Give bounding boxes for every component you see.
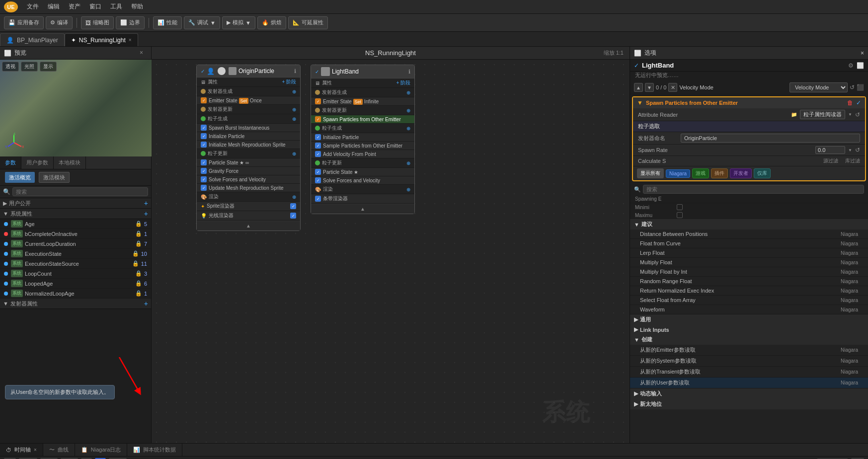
attr-reset-button[interactable]: ↺ <box>855 111 860 118</box>
lb-conditional-check[interactable]: ✓ <box>315 196 321 202</box>
dropdown-item-float-curve[interactable]: Float from Curve Niagara <box>630 239 868 248</box>
inactive-modules-button[interactable]: 激活模块 <box>39 172 70 183</box>
dropdown-search-input[interactable] <box>643 185 864 194</box>
params-tab-user[interactable]: 用户参数 <box>21 156 54 169</box>
particle-state-check[interactable]: ✓ <box>201 159 207 165</box>
bake-button[interactable]: 🔥 烘焙 <box>257 16 286 29</box>
lb-particle-state-check[interactable]: ✓ <box>315 169 321 175</box>
spawn-rate-input[interactable] <box>815 146 845 154</box>
add-emitter-update-button[interactable]: ⊕ <box>292 107 296 112</box>
node-lightband[interactable]: ✓ LightBand ℹ 🖥 属性 + 阶段 发射器生成 ⊕ <box>311 65 415 214</box>
dropdown-item-waveform[interactable]: Waveform Niagara <box>630 305 868 314</box>
create-from-emitter[interactable]: 从新的Emitter参数读取 Niagara <box>630 345 868 356</box>
tab-curves[interactable]: 〜 曲线 <box>43 444 75 456</box>
dropdown-item-random-range[interactable]: Random Range Float Niagara <box>630 277 868 286</box>
add-particle-spawn-button[interactable]: ⊕ <box>292 116 296 122</box>
spawn-rate-reset-button[interactable]: ↺ <box>855 147 860 153</box>
add-render-button[interactable]: ⊕ <box>292 194 296 200</box>
lightband-info-icon[interactable]: ℹ <box>408 69 410 75</box>
suggestions-section-header[interactable]: ▼ 建议 <box>630 219 868 230</box>
performance-button[interactable]: 📊 性能 <box>153 16 182 29</box>
emitter-name-input[interactable] <box>681 134 860 143</box>
filter-game[interactable]: 游戏 <box>692 168 709 178</box>
add-lb-render-button[interactable]: ⊕ <box>406 187 410 192</box>
dropdown-item-distance[interactable]: Distance Between Positions Niagara <box>630 230 868 239</box>
simulate-button[interactable]: ▶ 模拟 ▼ <box>222 16 255 29</box>
emitter-expand-icon[interactable]: ⬜ <box>857 62 864 69</box>
create-section-header[interactable]: ▼ 创建 <box>630 334 868 345</box>
lb-init-particle-check[interactable]: ✓ <box>315 134 321 140</box>
light-renderer-check[interactable]: ✓ <box>290 213 296 219</box>
filter-developer[interactable]: 开发者 <box>730 168 752 178</box>
dropdown-item-lerp-float[interactable]: Lerp Float Niagara <box>630 248 868 258</box>
filter-show-all[interactable]: 显示所有 <box>637 168 664 178</box>
create-from-transient[interactable]: 从新的Transient参数读取 Niagara <box>630 367 868 378</box>
nav-up-button[interactable]: ▲ <box>634 83 643 92</box>
dropdown-item-select-float[interactable]: Select Float from Array Niagara <box>630 296 868 305</box>
common-section-header[interactable]: ▶ 通用 <box>630 314 868 325</box>
expand-all-button[interactable]: ⬛ <box>857 84 864 91</box>
node-canvas[interactable]: 系统 ✓ 👤 OriginParticle ℹ 🖥 属性 + 阶段 <box>152 60 630 443</box>
add-lb-particle-spawn-button[interactable]: ⊕ <box>406 126 410 131</box>
new-location-header[interactable]: ▶ 新太地位 <box>630 399 868 409</box>
filter-plugin[interactable]: 插件 <box>711 168 728 178</box>
lb-add-velocity-check[interactable]: ✓ <box>315 151 321 157</box>
add-lb-emitter-spawn-button[interactable]: ⊕ <box>406 90 410 95</box>
expand-lightband-button[interactable]: ▲ <box>360 206 365 212</box>
add-particle-update-button[interactable]: ⊕ <box>292 151 296 156</box>
debug-button[interactable]: 🔧 调试 ▼ <box>184 16 220 29</box>
params-tab-params[interactable]: 参数 <box>0 156 21 169</box>
menu-tools[interactable]: 工具 <box>106 1 126 12</box>
link-inputs-header[interactable]: ▶ Link Inputs <box>630 325 868 334</box>
solve-check[interactable]: ✓ <box>201 176 207 182</box>
add-lb-stage-button[interactable]: + 阶段 <box>396 79 410 86</box>
scalability-button[interactable]: 📐 可延展性 <box>288 16 328 29</box>
expand-node-button[interactable]: ▲ <box>246 223 251 229</box>
dropdown-item-multiply-float-int[interactable]: Multiply Float by Int Niagara <box>630 267 868 277</box>
save-button[interactable]: 💾 应用备存 <box>4 16 44 29</box>
lb-sample-particles-check[interactable]: ✓ <box>315 143 321 149</box>
menu-file[interactable]: 文件 <box>23 1 43 12</box>
perspective-button[interactable]: 透视 <box>2 62 19 72</box>
attr-dropdown-icon[interactable]: ▼ <box>848 112 852 117</box>
emitter-state-check[interactable]: ✓ <box>201 97 207 103</box>
tab-niagara-log[interactable]: 📋 Niagara日志 <box>75 444 128 456</box>
reset-velocity-button[interactable]: ↺ <box>850 84 855 91</box>
menu-window[interactable]: 窗口 <box>85 1 105 12</box>
compile-button[interactable]: ⚙ 编译 <box>46 16 73 29</box>
add-system-param-button[interactable]: + <box>144 210 148 218</box>
tab-close-button[interactable]: × <box>129 37 132 43</box>
show-button[interactable]: 显示 <box>40 62 57 72</box>
thumbnail-button[interactable]: 🖼 缩略图 <box>81 16 114 29</box>
menu-asset[interactable]: 资产 <box>65 1 84 12</box>
dropdown-item-multiply-float[interactable]: Multiply Float Niagara <box>630 258 868 267</box>
spawn-rate-dropdown-icon[interactable]: ▼ <box>848 148 852 153</box>
add-emitter-param-button[interactable]: + <box>144 300 148 307</box>
filter-niagara[interactable]: Niagara <box>666 169 690 178</box>
lb-emitter-state-check[interactable]: ✓ <box>315 98 321 104</box>
preview-close-button[interactable]: × <box>136 47 147 60</box>
tab-bp-mianplayer[interactable]: 👤 BP_MianPlayer <box>0 33 65 46</box>
gravity-check[interactable]: ✓ <box>201 168 207 174</box>
add-lb-particle-update-button[interactable]: ⊕ <box>406 160 410 166</box>
viewport[interactable]: 透视 光照 显示 X Z Y <box>0 60 152 156</box>
menu-edit[interactable]: 编辑 <box>44 1 64 12</box>
add-lb-emitter-update-button[interactable]: ⊕ <box>406 108 410 113</box>
active-overview-button[interactable]: 激活概览 <box>5 172 35 183</box>
sprite-renderer-check[interactable]: ✓ <box>290 203 296 209</box>
bounds-button[interactable]: ⬜ 边界 <box>116 16 145 29</box>
add-public-param-button[interactable]: + <box>144 199 148 207</box>
menu-help[interactable]: 帮助 <box>127 1 147 12</box>
add-stage-button[interactable]: + 阶段 <box>282 78 296 85</box>
filter-lib-only[interactable]: 仅库 <box>754 168 771 178</box>
velocity-mode-select[interactable]: Velocity Mode <box>789 82 848 92</box>
update-mesh-check[interactable]: ✓ <box>201 185 207 191</box>
node-origin-particle[interactable]: ✓ 👤 OriginParticle ℹ 🖥 属性 + 阶段 发射器生成 <box>196 65 301 231</box>
delete-module-button[interactable]: 🗑 <box>847 99 853 106</box>
tab-timeline-close[interactable]: × <box>34 447 37 453</box>
max-check[interactable] <box>677 212 683 218</box>
create-from-system[interactable]: 从新的System参数读取 Niagara <box>630 356 868 367</box>
spawn-burst-check[interactable]: ✓ <box>201 125 207 131</box>
right-panel-close-icon[interactable]: × <box>861 50 864 57</box>
dropdown-item-return-normalized[interactable]: Return Normalized Exec Index Niagara <box>630 286 868 296</box>
